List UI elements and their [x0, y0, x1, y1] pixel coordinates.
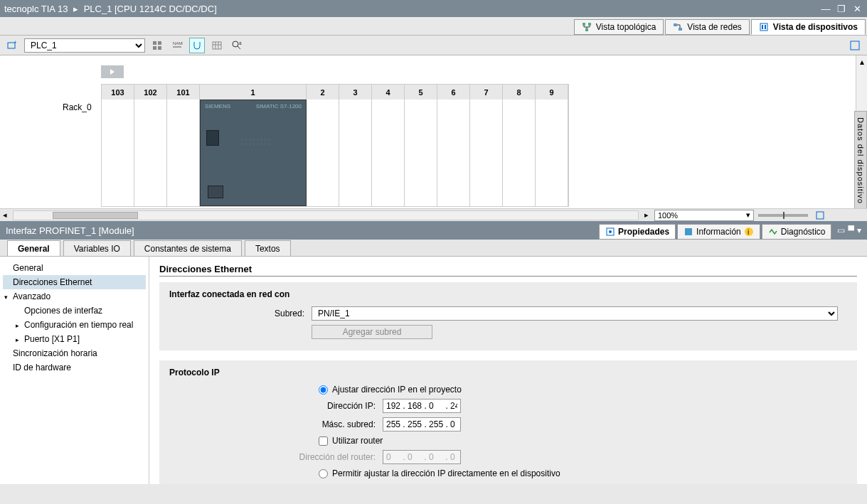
slot[interactable] — [102, 100, 134, 206]
tab-properties[interactable]: Propiedades — [599, 224, 676, 240]
properties-header: Interfaz PROFINET_1 [Module] Propiedades… — [0, 221, 867, 240]
radio-input[interactable] — [319, 469, 328, 478]
svg-text:±: ± — [239, 41, 242, 45]
nav-time-sync[interactable]: Sincronización horaria — [3, 346, 146, 360]
tab-device-view[interactable]: Vista de dispositivos — [751, 19, 866, 35]
tab-label: Información — [696, 227, 741, 237]
subtab-system-consts[interactable]: Constantes de sistema — [134, 240, 242, 256]
scroll-right-icon[interactable]: ▸ — [642, 210, 651, 220]
subtab-io-vars[interactable]: Variables IO — [63, 240, 131, 256]
tab-network[interactable]: Vista de redes — [665, 19, 750, 35]
ip-address-input[interactable] — [383, 399, 461, 413]
cpu-module[interactable]: SIEMENS SIMATIC S7-1200 : : : : : : : ::… — [200, 100, 307, 206]
scroll-up-icon[interactable]: ▴ — [860, 57, 864, 67]
slot-header: 8 — [503, 85, 536, 100]
radio-ip-on-device[interactable]: Permitir ajustar la dirección IP directa… — [319, 468, 847, 478]
device-selector[interactable]: PLC_1 — [24, 38, 145, 53]
horizontal-scrollbar[interactable] — [13, 210, 639, 220]
nav-hw-id[interactable]: ID de hardware — [3, 360, 146, 375]
minimize-icon[interactable]: — — [820, 4, 831, 14]
slot-header: 2 — [307, 85, 339, 100]
slot[interactable] — [437, 100, 470, 206]
slot-header: 5 — [405, 85, 437, 100]
cpu-display — [206, 130, 219, 146]
scroll-left-icon[interactable]: ◂ — [0, 210, 10, 220]
svg-text:NAME: NAME — [173, 41, 183, 45]
table-button[interactable] — [209, 38, 225, 53]
slot[interactable] — [536, 100, 568, 206]
nav-ethernet[interactable]: Direcciones Ethernet — [3, 275, 146, 289]
toggle-view-button[interactable] — [149, 38, 165, 53]
panel-max-icon[interactable]: ▀ — [848, 225, 854, 235]
add-subnet-button[interactable]: Agregar subred — [312, 325, 432, 339]
svg-rect-6 — [762, 25, 763, 29]
add-icon: + — [6, 40, 18, 51]
add-module-button[interactable]: + — [4, 38, 20, 53]
ethernet-port-icon[interactable] — [208, 186, 223, 198]
maximize-icon[interactable]: ❐ — [836, 4, 847, 14]
panel-dock-icon[interactable]: ▾ — [857, 225, 861, 235]
nav-general[interactable]: General — [3, 261, 146, 275]
connections-button[interactable] — [189, 38, 205, 53]
slot[interactable] — [503, 100, 536, 206]
checkbox-input[interactable] — [319, 436, 328, 446]
subnet-select[interactable]: PN/IE_1 — [312, 306, 838, 321]
zoom-button[interactable]: ± — [229, 38, 245, 53]
topology-icon — [582, 22, 592, 32]
nav-port[interactable]: Puerto [X1 P1] — [14, 332, 146, 346]
slot[interactable] — [167, 100, 200, 206]
subtab-general[interactable]: General — [7, 240, 60, 256]
radio-input[interactable] — [319, 385, 328, 395]
panel-min-icon[interactable]: ▭ — [837, 225, 845, 235]
nav-rt-config[interactable]: Configuración en tiempo real — [14, 318, 146, 332]
view-tab-bar: Vista topológica Vista de redes Vista de… — [0, 17, 867, 36]
radio-label: Permitir ajustar la dirección IP directa… — [332, 468, 560, 478]
diagnostics-icon — [768, 227, 778, 237]
device-view-canvas[interactable]: 103 102 101 1 2 3 4 5 6 7 8 9 Rack_0 SIE… — [0, 55, 867, 208]
tab-topology[interactable]: Vista topológica — [574, 19, 664, 35]
info-icon — [684, 227, 693, 237]
device-status-bar: ◂ ▸ 100%▾ — [0, 208, 867, 221]
cpu-brand: SIEMENS — [205, 103, 230, 114]
ip-label: Dirección IP: — [205, 401, 383, 411]
tab-diagnostics[interactable]: Diagnóstico — [762, 224, 832, 240]
expand-button[interactable] — [847, 38, 863, 53]
use-router-checkbox[interactable]: Utilizar router — [319, 436, 847, 446]
title-text: tecnoplc TIA 13 ▸ PLC_1 [CPU 1214C DC/DC… — [4, 4, 820, 14]
slot-header: 3 — [339, 85, 372, 100]
subnet-mask-input[interactable] — [383, 417, 461, 431]
slot[interactable] — [339, 100, 372, 206]
nav-advanced[interactable]: Avanzado — [3, 289, 146, 304]
cpu-header: SIEMENS SIMATIC S7-1200 — [201, 100, 306, 117]
checkbox-label: Utilizar router — [332, 436, 383, 446]
device-icon — [759, 22, 769, 32]
slot[interactable] — [405, 100, 437, 206]
group-title: Protocolo IP — [169, 368, 847, 377]
play-icon — [109, 68, 116, 75]
show-names-button[interactable]: NAME — [169, 38, 185, 53]
cpu-leds: : : : : : : : :: : : : : : : : — [242, 137, 270, 146]
warning-icon: i — [744, 227, 754, 237]
slot[interactable] — [470, 100, 503, 206]
side-tab-device-data[interactable]: Datos del dispositivo — [854, 111, 867, 208]
nav-iface-opts[interactable]: Opciones de interfaz — [14, 304, 146, 318]
expand-icon — [849, 40, 861, 51]
zoom-slider[interactable] — [758, 214, 808, 217]
radio-ip-in-project[interactable]: Ajustar dirección IP en el proyecto — [319, 385, 847, 395]
svg-rect-15 — [213, 42, 221, 49]
slot[interactable] — [307, 100, 339, 206]
grid-icon — [151, 40, 163, 51]
slot[interactable] — [372, 100, 405, 206]
group-subnet: Interfaz conectada en red con Subred: PN… — [159, 282, 857, 350]
svg-rect-4 — [679, 28, 682, 31]
tab-label: Vista de redes — [687, 22, 742, 32]
tab-info[interactable]: Información i — [677, 224, 760, 240]
rack-expand-button[interactable] — [101, 65, 124, 78]
slot[interactable] — [134, 100, 167, 206]
svg-rect-1 — [588, 23, 591, 26]
scroll-thumb[interactable] — [53, 212, 138, 219]
subtab-texts[interactable]: Textos — [245, 240, 291, 256]
close-icon[interactable]: ✕ — [851, 4, 863, 14]
zoom-select[interactable]: 100%▾ — [654, 210, 754, 221]
slot-header: 103 — [102, 85, 134, 100]
